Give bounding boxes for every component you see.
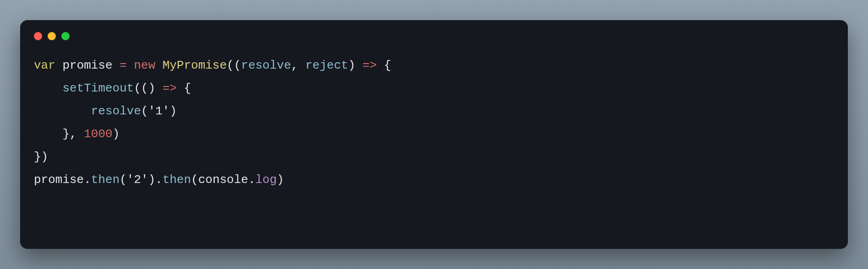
param-resolve: resolve (241, 59, 291, 72)
paren-close: ) (148, 81, 156, 95)
paren-open: ( (141, 104, 148, 118)
brace-open: { (184, 81, 191, 95)
space (55, 59, 63, 72)
paren-open: ( (141, 81, 148, 95)
paren-close: ) (348, 59, 356, 72)
code-block: var promise = new MyPromise((resolve, re… (34, 54, 834, 191)
space (355, 59, 363, 72)
page-background: var promise = new MyPromise((resolve, re… (0, 0, 868, 269)
keyword-var: var (34, 59, 55, 72)
paren-close: ) (113, 127, 120, 141)
class-mypromise: MyPromise (163, 59, 227, 72)
space (113, 59, 120, 72)
paren-open: ( (119, 173, 127, 187)
string-2: '2' (127, 173, 148, 187)
arrow: => (163, 81, 177, 95)
property-log: log (255, 173, 277, 187)
paren-close: ) (148, 173, 156, 187)
arrow: => (363, 59, 377, 72)
close-icon[interactable] (34, 32, 42, 40)
operator-equals: = (119, 59, 127, 72)
identifier-promise: promise (34, 173, 84, 187)
brace-close: } (62, 127, 70, 141)
space (377, 59, 384, 72)
string-1: '1' (148, 104, 170, 118)
fn-then: then (163, 173, 191, 187)
object-console: console (198, 173, 248, 187)
comma: , (70, 127, 84, 141)
paren-open: ( (134, 81, 141, 95)
window-traffic-lights (34, 32, 834, 40)
fn-then: then (91, 173, 119, 187)
zoom-icon[interactable] (61, 32, 70, 40)
dot: . (84, 173, 91, 187)
paren-close: ) (277, 173, 284, 187)
number-1000: 1000 (84, 127, 112, 141)
space (127, 59, 134, 72)
fn-resolve-call: resolve (91, 104, 141, 118)
paren-close: ) (41, 150, 49, 164)
dot: . (155, 173, 163, 187)
paren-open: ( (227, 59, 234, 72)
code-window: var promise = new MyPromise((resolve, re… (20, 20, 848, 249)
fn-settimeout: setTimeout (62, 81, 134, 95)
indent (34, 104, 91, 118)
indent (34, 81, 62, 95)
minimize-icon[interactable] (48, 32, 56, 40)
brace-close: } (34, 150, 41, 164)
identifier-promise: promise (62, 59, 112, 72)
space (155, 81, 163, 95)
space (177, 81, 184, 95)
indent (34, 127, 62, 141)
comma: , (291, 59, 305, 72)
space (155, 59, 163, 72)
param-reject: reject (305, 59, 348, 72)
paren-open: ( (234, 59, 241, 72)
dot: . (248, 173, 255, 187)
paren-open: ( (191, 173, 198, 187)
keyword-new: new (134, 59, 155, 72)
paren-close: ) (169, 104, 177, 118)
brace-open: { (384, 59, 391, 72)
